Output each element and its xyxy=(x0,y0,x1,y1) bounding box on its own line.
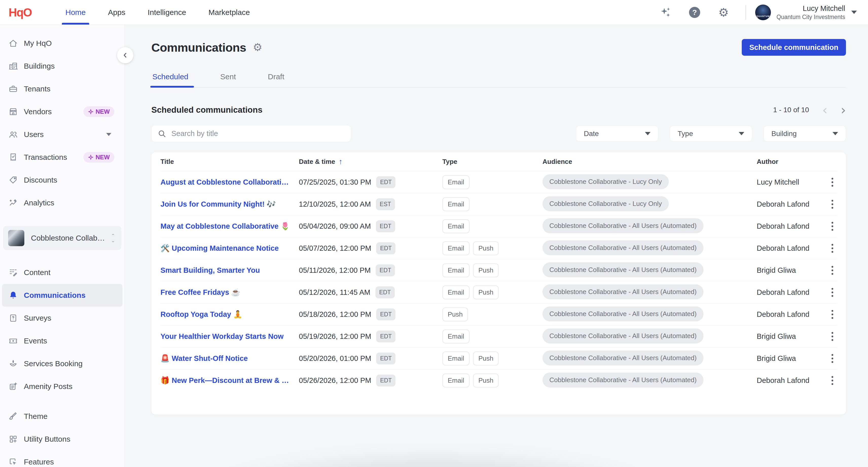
sidebar-item-tenants[interactable]: Tenants xyxy=(2,77,122,100)
pagination-prev-icon[interactable]: ‹ xyxy=(822,103,828,116)
sidebar-item-users[interactable]: Users xyxy=(2,123,122,146)
row-actions-kebab-menu[interactable] xyxy=(828,197,837,211)
communication-title-link[interactable]: Free Coffee Fridays ☕ xyxy=(160,288,299,297)
row-actions-kebab-menu[interactable] xyxy=(828,307,837,322)
timezone-badge: EST xyxy=(376,198,395,210)
type-chip-push: Push xyxy=(473,373,499,388)
sidebar-item-label: Discounts xyxy=(24,176,57,185)
row-actions-kebab-menu[interactable] xyxy=(828,175,837,189)
storefront-icon xyxy=(9,107,18,116)
table-row: 🛠️ Upcoming Maintenance Notice05/07/2026… xyxy=(160,237,837,259)
table-row: Free Coffee Fridays ☕05/12/2026, 11:45 A… xyxy=(160,281,837,303)
spa-icon xyxy=(9,359,18,368)
type-chip-email: Email xyxy=(442,286,469,299)
sidebar-item-content[interactable]: Content xyxy=(2,261,122,284)
filter-type-dropdown[interactable]: Type xyxy=(670,126,752,141)
sidebar-item-buildings[interactable]: Buildings xyxy=(2,55,122,77)
sidebar-item-services-booking[interactable]: Services Booking xyxy=(2,352,122,375)
communication-types: Email xyxy=(442,175,542,189)
sidebar-item-communications[interactable]: Communications xyxy=(2,284,122,307)
communication-title-link[interactable]: August at Cobblestone Collaborative! xyxy=(160,178,299,187)
communication-author: Deborah Lafond xyxy=(757,244,822,253)
pagination-next-icon[interactable]: › xyxy=(841,103,846,116)
table-row: May at Cobblestone Collaborative 🌷05/04/… xyxy=(160,215,837,237)
communication-title-link[interactable]: 🚨 Water Shut-Off Notice xyxy=(160,354,299,363)
communication-types: Email xyxy=(442,197,542,211)
communication-title-link[interactable]: Your Healthier Workday Starts Now xyxy=(160,332,299,341)
communication-title-link[interactable]: May at Cobblestone Collaborative 🌷 xyxy=(160,222,299,230)
sidebar-item-analytics[interactable]: Analytics xyxy=(2,192,122,214)
column-header-date-time[interactable]: Date & time↑ xyxy=(299,157,442,166)
hqo-logo[interactable]: HqO xyxy=(9,6,41,19)
sidebar-item-utility-buttons[interactable]: Utility Buttons xyxy=(2,428,122,451)
communication-title-link[interactable]: Smart Building, Smarter You xyxy=(160,266,299,274)
communication-datetime: 05/18/2026, 12:00 PMEDT xyxy=(299,308,442,320)
user-menu[interactable]: QUANTUM Lucy Mitchell Quantum City Inves… xyxy=(755,4,857,21)
sidebar-item-transactions[interactable]: TransactionsNEW xyxy=(2,146,122,169)
workspace-selector[interactable]: Cobblestone Collabo... xyxy=(3,226,121,250)
sidebar-item-my-hqo[interactable]: My HqO xyxy=(2,32,122,55)
sidebar-item-theme[interactable]: Theme xyxy=(2,405,122,428)
sidebar-item-surveys[interactable]: Surveys xyxy=(2,307,122,330)
nav-item-apps[interactable]: Apps xyxy=(97,0,136,25)
row-actions-kebab-menu[interactable] xyxy=(828,219,837,233)
row-actions-kebab-menu[interactable] xyxy=(828,352,837,365)
tab-draft[interactable]: Draft xyxy=(267,68,285,87)
user-org: Quantum City Investments xyxy=(776,14,845,21)
ai-sparkle-icon[interactable] xyxy=(660,7,672,18)
communication-title-link[interactable]: 🎁 New Perk—Discount at Brew & Be… xyxy=(160,376,299,385)
chevron-left-icon xyxy=(122,52,128,59)
nav-item-intelligence[interactable]: Intelligence xyxy=(136,0,197,25)
sidebar-item-vendors[interactable]: VendorsNEW xyxy=(2,100,122,123)
row-actions-kebab-menu[interactable] xyxy=(828,286,837,299)
receipt-icon xyxy=(9,153,18,162)
topbar: HqO HomeAppsIntelligenceMarketplace ? ⚙ … xyxy=(0,0,868,25)
tab-scheduled[interactable]: Scheduled xyxy=(151,68,189,87)
sidebar-item-discounts[interactable]: Discounts xyxy=(2,169,122,192)
row-actions-kebab-menu[interactable] xyxy=(828,373,837,388)
tab-bar: ScheduledSentDraft xyxy=(151,68,846,88)
communication-title-link[interactable]: Join Us for Community Night! 🎶 xyxy=(160,200,299,208)
brush-icon xyxy=(9,412,18,421)
help-icon[interactable]: ? xyxy=(689,7,701,18)
sidebar-item-features[interactable]: Features xyxy=(2,451,122,467)
row-actions-kebab-menu[interactable] xyxy=(828,241,837,255)
type-chip-email: Email xyxy=(442,241,469,255)
audience-pill: Cobblestone Collaborative - Lucy Only xyxy=(542,174,669,189)
topbar-divider xyxy=(746,5,746,20)
communication-author: Deborah Lafond xyxy=(757,288,822,297)
communication-author: Brigid Gliwa xyxy=(757,354,822,363)
column-header-author: Author xyxy=(757,158,822,166)
communication-types: EmailPush xyxy=(442,373,542,388)
type-chip-email: Email xyxy=(442,352,469,365)
communication-datetime: 05/07/2026, 12:00 PMEDT xyxy=(299,242,442,254)
nav-item-home[interactable]: Home xyxy=(54,0,97,25)
sidebar-item-label: Services Booking xyxy=(24,359,83,368)
row-actions-kebab-menu[interactable] xyxy=(828,330,837,343)
communication-types: EmailPush xyxy=(442,241,542,255)
type-chip-push: Push xyxy=(473,241,499,255)
utility-grid-icon xyxy=(9,435,18,444)
org-avatar: QUANTUM xyxy=(755,5,771,20)
sidebar-item-events[interactable]: Events xyxy=(2,330,122,352)
settings-gear-icon[interactable]: ⚙ xyxy=(718,7,729,18)
user-menu-caret-icon xyxy=(851,11,857,14)
tab-sent[interactable]: Sent xyxy=(219,68,237,87)
sidebar-item-amenity-posts[interactable]: Amenity Posts xyxy=(2,375,122,398)
page-settings-gear-icon[interactable]: ⚙ xyxy=(253,42,262,53)
nav-item-marketplace[interactable]: Marketplace xyxy=(197,0,261,25)
filter-date-dropdown[interactable]: Date xyxy=(576,126,658,141)
row-actions-kebab-menu[interactable] xyxy=(828,263,837,277)
schedule-communication-button[interactable]: Schedule communication xyxy=(742,39,846,56)
filter-label: Type xyxy=(678,130,693,138)
pagination-range: 1 - 10 of 10 xyxy=(773,106,809,114)
communication-datetime: 05/26/2026, 12:00 PMEDT xyxy=(299,374,442,387)
communication-title-link[interactable]: 🛠️ Upcoming Maintenance Notice xyxy=(160,244,299,253)
communication-datetime: 07/25/2025, 01:30 PMEDT xyxy=(299,176,442,188)
filter-building-dropdown[interactable]: Building xyxy=(764,126,846,141)
post-plus-icon xyxy=(9,382,18,391)
sidebar-collapse-button[interactable] xyxy=(117,47,133,63)
sort-updown-icon xyxy=(110,234,116,243)
search-input[interactable] xyxy=(172,129,345,138)
communication-title-link[interactable]: Rooftop Yoga Today 🧘 xyxy=(160,310,299,319)
